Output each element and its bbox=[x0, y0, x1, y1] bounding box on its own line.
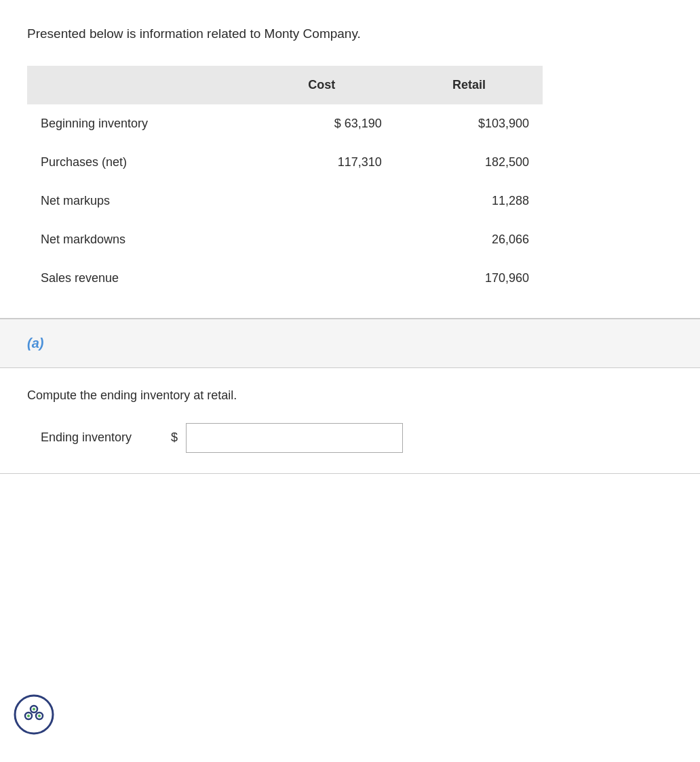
intro-text: Presented below is information related t… bbox=[27, 24, 673, 44]
cookie-icon bbox=[14, 694, 54, 735]
compute-instruction: Compute the ending inventory at retail. bbox=[27, 388, 673, 403]
table-cell-label: Sales revenue bbox=[27, 259, 248, 298]
table-header-row: Cost Retail bbox=[27, 66, 543, 104]
table-cell-label: Beginning inventory bbox=[27, 104, 248, 143]
table-cell-cost bbox=[248, 182, 395, 220]
data-table: Cost Retail Beginning inventory$ 63,190$… bbox=[27, 66, 543, 298]
table-cell-retail: 11,288 bbox=[395, 182, 543, 220]
section-a-label: (a) bbox=[27, 336, 43, 350]
compute-section: Compute the ending inventory at retail. … bbox=[0, 368, 700, 474]
table-cell-retail: 26,066 bbox=[395, 220, 543, 259]
ending-inventory-input[interactable] bbox=[186, 423, 403, 453]
header-cost-col: Cost bbox=[248, 66, 395, 104]
table-cell-label: Purchases (net) bbox=[27, 143, 248, 182]
ending-inventory-label: Ending inventory bbox=[41, 430, 163, 445]
intro-section: Presented below is information related t… bbox=[0, 0, 700, 60]
table-cell-retail: $103,900 bbox=[395, 104, 543, 143]
page-container: Presented below is information related t… bbox=[0, 0, 700, 762]
table-cell-cost bbox=[248, 259, 395, 298]
table-cell-cost: $ 63,190 bbox=[248, 104, 395, 143]
table-section: Cost Retail Beginning inventory$ 63,190$… bbox=[0, 60, 700, 318]
table-cell-cost: 117,310 bbox=[248, 143, 395, 182]
table-row: Sales revenue170,960 bbox=[27, 259, 543, 298]
table-cell-label: Net markups bbox=[27, 182, 248, 220]
table-row: Net markdowns26,066 bbox=[27, 220, 543, 259]
table-row: Purchases (net)117,310182,500 bbox=[27, 143, 543, 182]
table-cell-label: Net markdowns bbox=[27, 220, 248, 259]
ending-inventory-row: Ending inventory $ bbox=[27, 423, 673, 453]
svg-point-0 bbox=[15, 696, 53, 734]
svg-point-6 bbox=[33, 708, 35, 710]
section-a: (a) bbox=[0, 319, 700, 368]
svg-point-4 bbox=[27, 715, 30, 717]
header-label-col bbox=[27, 66, 248, 104]
svg-point-5 bbox=[38, 715, 41, 717]
table-row: Beginning inventory$ 63,190$103,900 bbox=[27, 104, 543, 143]
table-cell-retail: 170,960 bbox=[395, 259, 543, 298]
table-row: Net markups11,288 bbox=[27, 182, 543, 220]
header-retail-col: Retail bbox=[395, 66, 543, 104]
table-cell-cost bbox=[248, 220, 395, 259]
table-cell-retail: 182,500 bbox=[395, 143, 543, 182]
dollar-sign: $ bbox=[171, 430, 178, 445]
